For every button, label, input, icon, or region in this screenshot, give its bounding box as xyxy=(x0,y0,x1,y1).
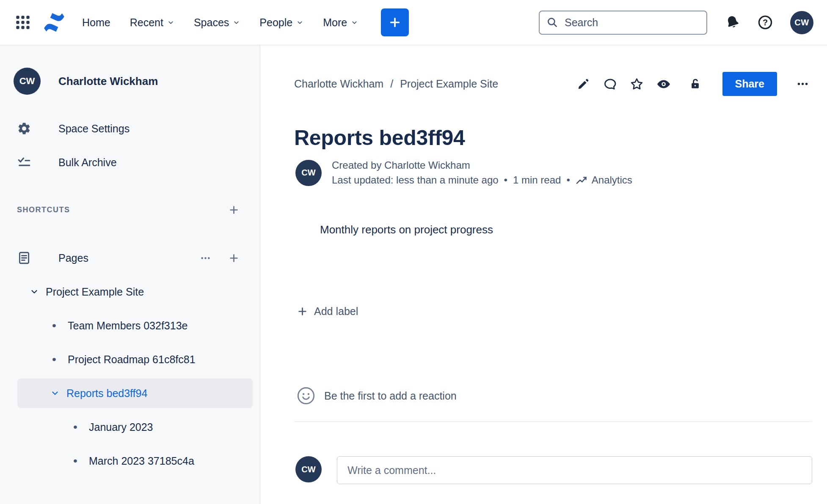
ellipsis-icon xyxy=(796,77,809,90)
add-label-button[interactable]: Add label xyxy=(297,305,358,318)
top-navigation-bar: Home Recent Spaces People More xyxy=(0,0,827,45)
tree-item-label: January 2023 xyxy=(89,421,153,433)
sidebar-item-space-settings[interactable]: Space Settings xyxy=(0,115,260,142)
star-icon xyxy=(630,77,644,91)
question-mark-icon: ? xyxy=(757,14,773,30)
nav-people[interactable]: People xyxy=(259,16,303,29)
author-avatar[interactable]: CW xyxy=(295,160,322,186)
tree-item-march-2023[interactable]: • March 2023 37185c4a xyxy=(0,444,260,478)
nav-people-label: People xyxy=(259,16,292,29)
last-updated-text[interactable]: Last updated: less than a minute ago xyxy=(332,174,499,186)
bullet-icon: • xyxy=(72,455,79,467)
separator-dot: • xyxy=(504,174,507,186)
add-shortcut-button[interactable] xyxy=(228,204,240,216)
comment-button[interactable] xyxy=(601,74,620,94)
sidebar-item-bulk-archive[interactable]: Bulk Archive xyxy=(0,148,260,176)
read-time-text: 1 min read xyxy=(513,174,561,186)
analytics-icon xyxy=(576,174,587,186)
bell-icon xyxy=(723,13,742,32)
space-name: Charlotte Wickham xyxy=(58,75,158,88)
chevron-down-icon[interactable] xyxy=(30,287,39,296)
share-button[interactable]: Share xyxy=(722,72,777,96)
nav-home[interactable]: Home xyxy=(82,16,110,29)
tree-item-label: Reports bed3ff94 xyxy=(66,387,147,400)
page-tree: Project Example Site • Team Members 032f… xyxy=(0,275,260,478)
search-input[interactable] xyxy=(564,16,700,29)
breadcrumb: Charlotte Wickham / Project Example Site… xyxy=(294,72,812,96)
tree-item-project-roadmap[interactable]: • Project Roadmap 61c8fc81 xyxy=(0,342,260,376)
bullet-icon: • xyxy=(72,421,79,433)
primary-nav: Home Recent Spaces People More xyxy=(82,16,358,29)
confluence-logo-icon[interactable] xyxy=(43,12,65,33)
watch-button[interactable] xyxy=(654,74,673,94)
tree-item-project-example-site[interactable]: Project Example Site xyxy=(0,275,260,309)
tree-item-team-members[interactable]: • Team Members 032f313e xyxy=(0,309,260,342)
pages-more-button[interactable] xyxy=(200,252,211,264)
reaction-prompt: Be the first to add a reaction xyxy=(324,390,457,402)
divider xyxy=(294,422,812,422)
shortcuts-heading: SHORTCUTS xyxy=(17,205,70,214)
analytics-label: Analytics xyxy=(592,174,632,186)
gear-icon xyxy=(17,121,31,136)
nav-more[interactable]: More xyxy=(323,16,358,29)
plus-icon xyxy=(388,16,402,29)
tree-item-label: Project Roadmap 61c8fc81 xyxy=(68,353,196,366)
favorite-button[interactable] xyxy=(627,74,647,94)
ellipsis-icon xyxy=(200,252,211,264)
chevron-down-icon xyxy=(351,19,358,26)
chevron-down-icon xyxy=(167,19,174,26)
bullet-icon: • xyxy=(51,320,58,331)
pages-section-header[interactable]: Pages xyxy=(0,244,260,271)
app-switcher-icon[interactable] xyxy=(14,14,31,31)
created-by-text: Created by Charlotte Wickham xyxy=(332,159,632,171)
space-header[interactable]: CW Charlotte Wickham xyxy=(0,67,260,95)
breadcrumb-separator: / xyxy=(390,78,393,90)
byline: CW Created by Charlotte Wickham Last upd… xyxy=(295,159,632,186)
more-actions-button[interactable] xyxy=(793,74,812,94)
comment-input[interactable] xyxy=(337,456,812,484)
page-body-text: Monthly reports on project progress xyxy=(320,223,493,236)
analytics-link[interactable]: Analytics xyxy=(576,174,632,186)
space-avatar: CW xyxy=(14,68,41,95)
plus-icon xyxy=(297,306,308,317)
nav-more-label: More xyxy=(323,16,347,29)
breadcrumb-space[interactable]: Project Example Site xyxy=(400,78,498,90)
pages-label: Pages xyxy=(58,252,88,264)
smiley-icon xyxy=(297,386,315,405)
chevron-down-icon[interactable] xyxy=(50,389,60,398)
tree-item-label: March 2023 37185c4a xyxy=(89,455,194,467)
sidebar-item-label: Bulk Archive xyxy=(58,156,117,169)
tree-item-reports-selected[interactable]: Reports bed3ff94 xyxy=(17,378,253,408)
add-page-button[interactable] xyxy=(228,252,240,264)
restrictions-button[interactable] xyxy=(686,74,705,94)
search-box[interactable] xyxy=(539,11,707,35)
tree-item-label: Project Example Site xyxy=(46,286,144,298)
space-sidebar: CW Charlotte Wickham Space Settings Bulk… xyxy=(0,45,260,504)
comment-section: CW xyxy=(295,456,812,484)
eye-icon xyxy=(656,77,671,91)
page-title: Reports bed3ff94 xyxy=(294,126,465,150)
pages-icon xyxy=(17,251,31,265)
commenter-avatar: CW xyxy=(295,456,322,482)
user-avatar[interactable]: CW xyxy=(790,11,813,34)
add-reaction-button[interactable] xyxy=(296,386,316,405)
unlock-icon xyxy=(689,77,702,90)
add-label-text: Add label xyxy=(314,305,358,318)
nav-recent[interactable]: Recent xyxy=(130,16,174,29)
comment-bubble-icon xyxy=(604,77,617,91)
help-button[interactable]: ? xyxy=(757,14,773,30)
search-icon xyxy=(546,16,558,28)
create-button[interactable] xyxy=(381,8,409,36)
edit-button[interactable] xyxy=(574,74,593,94)
notifications-button[interactable] xyxy=(725,15,740,30)
nav-spaces[interactable]: Spaces xyxy=(194,16,240,29)
page-content: Charlotte Wickham / Project Example Site… xyxy=(261,45,827,504)
tree-item-january-2023[interactable]: • January 2023 xyxy=(0,410,260,444)
tree-item-label: Team Members 032f313e xyxy=(68,320,187,332)
nav-spaces-label: Spaces xyxy=(194,16,229,29)
chevron-down-icon xyxy=(296,19,303,26)
nav-recent-label: Recent xyxy=(130,16,163,29)
reactions: Be the first to add a reaction xyxy=(296,386,457,405)
breadcrumb-space-owner[interactable]: Charlotte Wickham xyxy=(294,78,383,90)
separator-dot: • xyxy=(566,174,570,186)
